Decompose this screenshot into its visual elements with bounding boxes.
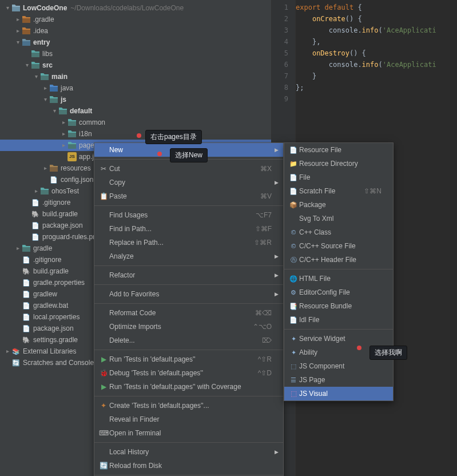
chevron-right-icon: ▸ — [32, 185, 40, 197]
menu-item-favorites[interactable]: Add to Favorites▶ — [94, 287, 283, 301]
visual-icon: ⬚ — [288, 390, 299, 398]
folder-icon — [31, 61, 40, 70]
cut-icon: ✂ — [98, 165, 109, 173]
widget-icon: ✦ — [288, 335, 299, 343]
menu-item-copy[interactable]: Copy▶ — [94, 176, 283, 189]
menu-item-reformat[interactable]: Reformat Code⌘⌫ — [94, 306, 283, 320]
paste-icon: 📋 — [98, 192, 109, 200]
submenu-item-resource-file[interactable]: 📄Resource File — [284, 143, 393, 157]
menu-item-run-coverage[interactable]: ▶Run 'Tests in 'default.pages'' with Cov… — [94, 380, 283, 394]
chevron-right-icon: ▸ — [14, 25, 22, 37]
package-icon: 📦 — [288, 201, 299, 209]
json-file-icon: 📄 — [31, 221, 40, 230]
tree-item-common[interactable]: ▸common — [0, 117, 271, 128]
menu-item-paste[interactable]: 📋Paste⌘V — [94, 189, 283, 203]
folder-icon — [22, 15, 31, 24]
chevron-right-icon: ▸ — [14, 243, 22, 254]
file-icon: 📄 — [22, 289, 31, 299]
submenu-item-package[interactable]: 📦Package — [284, 198, 393, 212]
page-icon: ☰ — [288, 376, 299, 384]
menu-item-refactor[interactable]: Refactor▶ — [94, 268, 283, 282]
gear-icon: ⚙ — [288, 289, 299, 296]
menu-item-optimize-imports[interactable]: Optimize Imports⌃⌥O — [94, 320, 283, 334]
submenu-item-bundle[interactable]: 📑Resource Bundle — [284, 299, 393, 313]
component-icon: ⬚ — [288, 363, 299, 370]
chevron-down-icon: ▾ — [23, 60, 31, 71]
menu-item-reveal-finder[interactable]: Reveal in Finder — [94, 412, 283, 426]
tree-item-gradle[interactable]: ▸.gradle — [0, 14, 271, 25]
submenu-item-js-page[interactable]: ☰JS Page — [284, 373, 393, 387]
tree-item-java[interactable]: ▸java — [0, 82, 271, 94]
submenu-item-html[interactable]: 🌐HTML File — [284, 272, 393, 285]
submenu-item-idl[interactable]: 📄Idl File — [284, 313, 393, 327]
submenu-item-resource-dir[interactable]: 📁Resource Directory — [284, 157, 393, 170]
submenu-item-editorconfig[interactable]: ⚙EditorConfig File — [284, 285, 393, 299]
folder-icon — [40, 187, 49, 196]
reload-icon: 🔄 — [98, 462, 109, 470]
context-menu: New▶ ✂Cut⌘X Copy▶ 📋Paste⌘V Find Usages⌥F… — [94, 142, 284, 476]
chevron-right-icon: ▶ — [275, 449, 279, 455]
scratch-icon: 📄 — [288, 188, 299, 195]
module-icon — [22, 38, 31, 47]
submenu-item-service-widget[interactable]: ✦Service Widget — [284, 332, 393, 346]
tooltip-new: 选择New — [170, 148, 208, 162]
tooltip-pages: 右击pages目录 — [145, 130, 202, 144]
submenu-item-file[interactable]: 📄File — [284, 170, 393, 184]
submenu-item-svg[interactable]: Svg To Xml — [284, 212, 393, 225]
cpp-src-icon: © — [288, 243, 299, 249]
submenu-item-cpp[interactable]: ©C++ Class — [284, 225, 393, 239]
tree-item-default[interactable]: ▾default — [0, 105, 271, 117]
folder-icon — [22, 244, 31, 253]
project-name: LowCodeOne — [23, 2, 67, 14]
submenu-item-cpphdr[interactable]: ⓗC/C++ Header File — [284, 253, 393, 267]
menu-item-find-usages[interactable]: Find Usages⌥F7 — [94, 208, 283, 222]
menu-item-open-terminal[interactable]: ⌨Open in Terminal — [94, 426, 283, 440]
file-icon: 📄 — [288, 146, 299, 154]
tree-item-i18n[interactable]: ▸i18n — [0, 128, 271, 140]
ability-icon: ✦ — [288, 349, 299, 356]
menu-item-delete[interactable]: Delete...⌦ — [94, 334, 283, 347]
file-icon: 📄 — [22, 301, 31, 310]
chevron-right-icon: ▶ — [275, 253, 279, 259]
tree-item-js[interactable]: ▾js — [0, 94, 271, 105]
folder-icon — [67, 118, 77, 127]
menu-item-replace-path[interactable]: Replace in Path...⇧⌘R — [94, 236, 283, 249]
menu-item-reload[interactable]: 🔄Reload from Disk — [94, 459, 283, 473]
tree-item-src[interactable]: ▾src — [0, 60, 271, 71]
file-icon: 📄 — [31, 232, 40, 241]
tree-item-idea[interactable]: ▸.idea — [0, 25, 271, 37]
library-icon: 📚 — [11, 347, 21, 356]
chevron-down-icon: ▾ — [14, 37, 22, 48]
debug-icon: 🐞 — [98, 369, 109, 377]
chevron-down-icon: ▾ — [32, 71, 40, 82]
tree-item-main[interactable]: ▾main — [0, 71, 271, 82]
menu-item-local-history[interactable]: Local History▶ — [94, 445, 283, 459]
tree-item-entry[interactable]: ▾entry — [0, 37, 271, 48]
chevron-right-icon: ▸ — [59, 128, 67, 140]
menu-item-create-tests[interactable]: ✦Create 'Tests in 'default.pages''... — [94, 399, 283, 412]
menu-item-analyze[interactable]: Analyze▶ — [94, 249, 283, 263]
run-icon: ▶ — [98, 355, 109, 363]
menu-item-run[interactable]: ▶Run 'Tests in 'default.pages''^⇧R — [94, 352, 283, 366]
menu-item-cut[interactable]: ✂Cut⌘X — [94, 162, 283, 176]
cpp-icon: © — [288, 229, 299, 236]
json-file-icon: 📄 — [22, 324, 31, 333]
submenu-item-js-visual[interactable]: ⬚JS Visual — [284, 387, 393, 400]
submenu-item-js-component[interactable]: ⬚JS Component — [284, 359, 393, 373]
folder-icon — [49, 164, 58, 173]
menu-item-find-path[interactable]: Find in Path...⇧⌘F — [94, 222, 283, 236]
folder-icon — [31, 49, 40, 58]
file-icon: 📄 — [288, 174, 299, 181]
folder-icon — [11, 3, 21, 13]
submenu-item-cppsrc[interactable]: ©C/C++ Source File — [284, 239, 393, 253]
chevron-right-icon: ▸ — [41, 162, 49, 174]
submenu-item-scratch[interactable]: 📄Scratch File⇧⌘N — [284, 184, 393, 198]
project-root[interactable]: ▾ LowCodeOne ~/Downloads/codelabs/LowCod… — [0, 2, 271, 14]
menu-item-debug[interactable]: 🐞Debug 'Tests in 'default.pages''^⇧D — [94, 366, 283, 380]
props-icon: 📄 — [22, 278, 31, 287]
new-submenu: 📄Resource File 📁Resource Directory 📄File… — [284, 142, 394, 401]
props-icon: 📄 — [22, 312, 31, 322]
tooltip-jsvisual: 选择我啊 — [369, 346, 407, 360]
tree-item-libs[interactable]: libs — [0, 48, 271, 60]
chevron-right-icon: ▶ — [275, 147, 279, 153]
